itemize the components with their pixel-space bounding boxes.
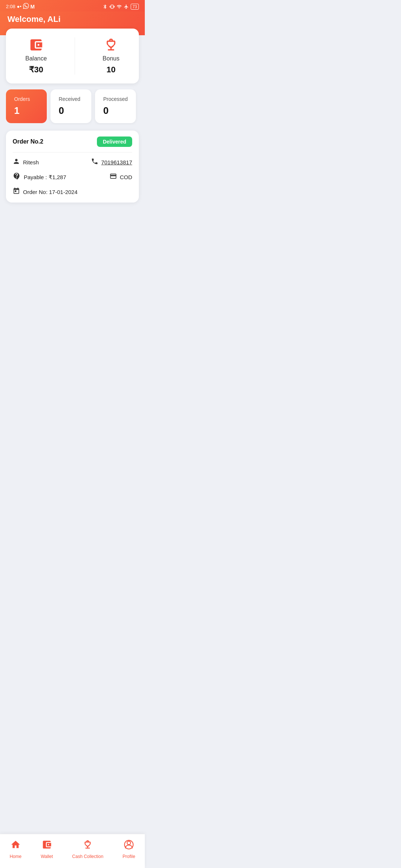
customer-name-item: Ritesh [13,158,70,167]
orders-value: 1 [14,105,39,116]
received-stat[interactable]: Received 0 [50,89,91,123]
phone-icon [91,158,98,167]
stats-row: Orders 1 Received 0 Processed 0 [6,89,139,125]
payment-method: COD [120,174,132,180]
order-date: Order No: 17-01-2024 [23,189,78,195]
status-left: 2:08 ●• M [6,3,35,10]
welcome-text: Welcome, ALi [7,14,137,24]
received-value: 0 [59,105,83,116]
wifi-icon [117,4,122,9]
processed-label: Processed [103,96,128,102]
balance-value: ₹30 [29,65,43,75]
vibrate-icon [110,4,115,9]
orders-label: Orders [14,96,39,102]
wallet-icon [29,37,43,52]
order-details: Ritesh 7019613817 Payable : ₹1,287 [13,158,132,197]
bonus-label: Bonus [102,55,119,62]
received-label: Received [59,96,83,102]
bonus-value: 10 [107,65,115,75]
phone-item[interactable]: 7019613817 [75,158,132,167]
person-icon [13,158,20,167]
notification-dot: ●• [17,4,21,9]
whatsapp-icon [23,3,29,10]
payable-amount: Payable : ₹1,287 [24,174,66,181]
status-badge: Delivered [97,137,132,147]
airplane-icon [124,4,129,9]
card-icon [110,172,117,182]
card-divider [75,37,75,75]
balance-label: Balance [25,55,47,62]
order-number: Order No.2 [13,138,43,145]
orders-stat[interactable]: Orders 1 [6,89,47,123]
phone-number[interactable]: 7019613817 [101,159,132,165]
status-bar: 2:08 ●• M 73 [0,0,145,11]
bluetooth-icon [102,4,108,9]
balance-item: Balance ₹30 [25,37,47,75]
status-time: 2:08 [6,4,15,9]
calendar-icon [13,187,20,197]
battery-indicator: 73 [131,4,139,10]
order-header: Order No.2 Delivered [13,137,132,152]
balance-card: Balance ₹30 Bonus 10 [6,29,139,83]
bonus-item: Bonus 10 [102,37,119,75]
order-card: Order No.2 Delivered Ritesh 701961 [6,131,139,203]
processed-stat[interactable]: Processed 0 [95,89,136,123]
payment-method-item: COD [75,172,132,182]
order-date-item: Order No: 17-01-2024 [13,187,132,197]
bonus-icon [104,37,118,52]
customer-name: Ritesh [23,159,39,165]
money-icon [13,172,21,182]
processed-value: 0 [103,105,128,116]
gmail-icon: M [30,4,35,10]
payable-item: Payable : ₹1,287 [13,172,70,182]
main-content: Balance ₹30 Bonus 10 Orders 1 Received 0… [0,29,145,242]
status-right-icons: 73 [102,4,139,10]
